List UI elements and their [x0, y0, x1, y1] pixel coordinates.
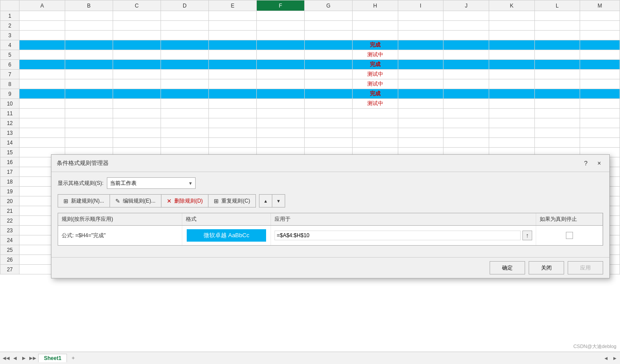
row-header-16[interactable]: 16: [0, 157, 20, 167]
cell[interactable]: [65, 89, 113, 99]
cell[interactable]: [20, 11, 65, 21]
cell[interactable]: [443, 79, 489, 89]
col-header-H[interactable]: H: [353, 0, 398, 11]
cell[interactable]: [256, 89, 304, 99]
row-header-12[interactable]: 12: [0, 118, 20, 128]
cell[interactable]: [489, 70, 534, 79]
cell[interactable]: [398, 31, 443, 40]
cell[interactable]: [398, 118, 443, 128]
table-row[interactable]: 6完成: [0, 60, 620, 70]
add-sheet-button[interactable]: ＋: [69, 354, 78, 363]
cell[interactable]: [161, 21, 208, 31]
stop-if-true-checkbox[interactable]: [566, 232, 573, 239]
duplicate-rule-button[interactable]: ⊞ 重复规则(C): [208, 194, 256, 207]
scroll-right-btn[interactable]: ▶: [611, 355, 618, 362]
col-header-K[interactable]: K: [489, 0, 534, 11]
apply-button[interactable]: 应用: [568, 261, 603, 274]
cell[interactable]: [161, 60, 208, 70]
tab-nav-first[interactable]: ◀◀: [2, 354, 11, 363]
table-row[interactable]: 9完成: [0, 89, 620, 99]
row-header-15[interactable]: 15: [0, 148, 20, 157]
ok-button[interactable]: 确定: [490, 261, 525, 274]
row-header-2[interactable]: 2: [0, 21, 20, 31]
cell[interactable]: [443, 128, 489, 138]
cell[interactable]: [443, 11, 489, 21]
cell[interactable]: [20, 138, 65, 148]
cell[interactable]: [65, 128, 113, 138]
cell[interactable]: [398, 40, 443, 50]
close-button[interactable]: 关闭: [529, 261, 564, 274]
applies-to-input[interactable]: [275, 231, 521, 240]
cell[interactable]: [256, 60, 304, 70]
cell[interactable]: [208, 11, 256, 21]
cell[interactable]: [443, 89, 489, 99]
cell[interactable]: [208, 60, 256, 70]
table-row[interactable]: 11: [0, 109, 620, 118]
cell[interactable]: [256, 118, 304, 128]
cell[interactable]: [208, 138, 256, 148]
cell[interactable]: [208, 109, 256, 118]
cell[interactable]: [398, 138, 443, 148]
cell[interactable]: [443, 138, 489, 148]
cell[interactable]: [534, 109, 580, 118]
row-header-17[interactable]: 17: [0, 167, 20, 177]
cell[interactable]: [20, 50, 65, 60]
cell[interactable]: [580, 79, 620, 89]
row-header-21[interactable]: 21: [0, 206, 20, 216]
cell[interactable]: [489, 60, 534, 70]
cell[interactable]: [208, 99, 256, 109]
dialog-close-x-button[interactable]: ×: [594, 158, 604, 168]
cell-h-3[interactable]: [353, 31, 398, 40]
cell[interactable]: [208, 89, 256, 99]
cell[interactable]: [305, 109, 353, 118]
dialog-help-button[interactable]: ?: [581, 158, 591, 168]
row-header-26[interactable]: 26: [0, 255, 20, 265]
cell[interactable]: [161, 31, 208, 40]
col-header-B[interactable]: B: [65, 0, 113, 11]
cell[interactable]: [113, 40, 161, 50]
cell[interactable]: [65, 70, 113, 79]
cell[interactable]: [489, 50, 534, 60]
cell[interactable]: [534, 70, 580, 79]
cell[interactable]: [161, 138, 208, 148]
cell[interactable]: [113, 21, 161, 31]
cell[interactable]: [305, 89, 353, 99]
cell[interactable]: [65, 31, 113, 40]
cell[interactable]: [161, 50, 208, 60]
row-header-18[interactable]: 18: [0, 177, 20, 187]
cell[interactable]: [20, 79, 65, 89]
cell[interactable]: [443, 40, 489, 50]
cell[interactable]: [113, 79, 161, 89]
cell[interactable]: [534, 128, 580, 138]
cell[interactable]: [305, 128, 353, 138]
cell[interactable]: [256, 21, 304, 31]
cell[interactable]: [443, 31, 489, 40]
cell[interactable]: [208, 40, 256, 50]
cell[interactable]: [580, 89, 620, 99]
cell[interactable]: [534, 79, 580, 89]
row-header-8[interactable]: 8: [0, 79, 20, 89]
cell[interactable]: [65, 21, 113, 31]
cell[interactable]: [489, 138, 534, 148]
cell[interactable]: [489, 89, 534, 99]
cell[interactable]: [65, 109, 113, 118]
cell[interactable]: [113, 118, 161, 128]
cell-h-9[interactable]: 完成: [353, 89, 398, 99]
cell[interactable]: [208, 128, 256, 138]
row-header-11[interactable]: 11: [0, 109, 20, 118]
cell[interactable]: [534, 99, 580, 109]
cell-h-4[interactable]: 完成: [353, 40, 398, 50]
cell[interactable]: [580, 50, 620, 60]
cell[interactable]: [398, 128, 443, 138]
cell[interactable]: [256, 79, 304, 89]
cell[interactable]: [256, 31, 304, 40]
cell[interactable]: [580, 128, 620, 138]
cell[interactable]: [256, 109, 304, 118]
cell[interactable]: [161, 79, 208, 89]
cell[interactable]: [580, 70, 620, 79]
cell-h-14[interactable]: [353, 138, 398, 148]
cell[interactable]: [443, 50, 489, 60]
new-rule-button[interactable]: ⊞ 新建规则(N)...: [58, 194, 110, 207]
cell[interactable]: [113, 128, 161, 138]
cell[interactable]: [113, 31, 161, 40]
